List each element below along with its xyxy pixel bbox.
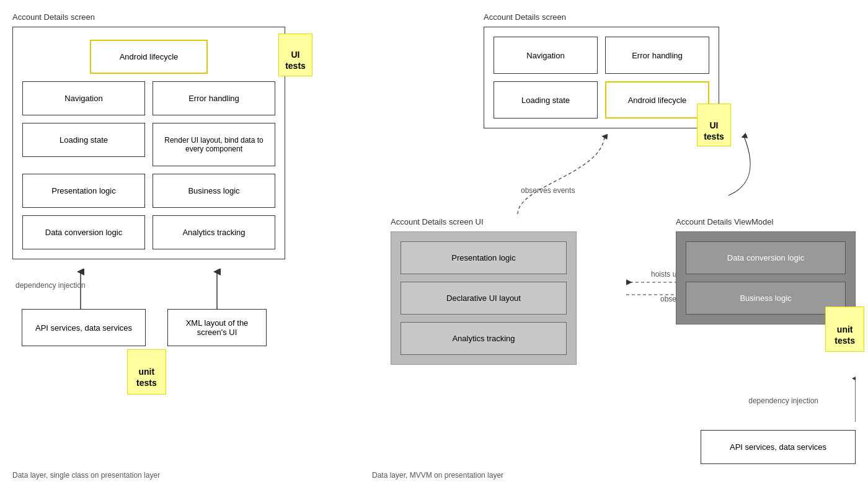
error-right-box: Error handling <box>605 37 709 74</box>
loading-left-box: Loading state <box>22 123 145 157</box>
viewmodel-title: Account Details ViewModel <box>676 217 856 226</box>
pres-ui-box: Presentation logic <box>401 241 567 274</box>
android-lifecycle-box: Android lifecycle <box>90 40 208 74</box>
analytics-ui-box: Analytics tracking <box>401 322 567 355</box>
loading-right-box: Loading state <box>494 81 598 119</box>
left-xml-box: XML layout of the screen's UI <box>167 309 267 346</box>
data-conv-vm-box: Data conversion logic <box>686 241 846 274</box>
error-left-box: Error handling <box>153 81 275 115</box>
ui-section-title: Account Details screen UI <box>391 217 577 226</box>
ui-section-inner: Presentation logic Declarative UI layout… <box>391 231 577 365</box>
main-container: Account Details screen Android lifecycle… <box>0 0 868 492</box>
render-left-box: Render UI layout, bind data to every com… <box>153 123 275 166</box>
left-footer: Data layer, single class on presentation… <box>12 471 160 480</box>
biz-vm-box: Business logic <box>686 282 846 315</box>
left-diagram: Account Details screen Android lifecycle… <box>12 12 335 480</box>
data-conv-left-box: Data conversion logic <box>22 215 145 249</box>
right-ui-tests: UI tests <box>697 104 731 146</box>
analytics-left-box: Analytics tracking <box>153 215 275 249</box>
left-bottom: dependency injection API services, data … <box>12 269 335 393</box>
android-right-box: Android lifecycle <box>605 81 709 119</box>
android-lifecycle-row: Android lifecycle <box>22 40 275 74</box>
vm-unit-tests: unit tests <box>825 306 864 352</box>
right-section-title: Account Details screen <box>484 12 719 22</box>
pres-left-box: Presentation logic <box>22 174 145 208</box>
left-section-title: Account Details screen <box>12 12 335 22</box>
right-api-box: API services, data services <box>701 430 856 464</box>
right-screen-box: Navigation Error handling Loading state … <box>484 27 719 128</box>
ui-section: Account Details screen UI Presentation l… <box>391 217 577 365</box>
nav-left-box: Navigation <box>22 81 145 115</box>
observes-events-label: observes events <box>521 186 575 195</box>
viewmodel-inner: Data conversion logic Business logic uni… <box>676 231 856 324</box>
right-dep-injection-label: dependency injection <box>748 396 818 405</box>
left-ui-tests: UI tests <box>278 34 312 76</box>
left-screen-box: Android lifecycle Navigation Error handl… <box>12 27 285 259</box>
nav-right-box: Navigation <box>494 37 598 74</box>
dep-injection-label: dependency injection <box>16 281 86 290</box>
left-unit-tests: unit tests <box>127 349 166 395</box>
right-diagram: Account Details screen Navigation Error … <box>372 12 856 480</box>
decl-ui-box: Declarative UI layout <box>401 282 567 315</box>
left-api-box: API services, data services <box>22 309 146 346</box>
right-top-section: Account Details screen Navigation Error … <box>484 12 719 128</box>
viewmodel-section: Account Details ViewModel Data conversio… <box>676 217 856 324</box>
biz-left-box: Business logic <box>153 174 275 208</box>
left-grid: Navigation Error handling Loading state … <box>22 81 275 249</box>
right-top-grid: Navigation Error handling Loading state … <box>494 37 709 119</box>
right-footer: Data layer, MVVM on presentation layer <box>372 471 503 480</box>
